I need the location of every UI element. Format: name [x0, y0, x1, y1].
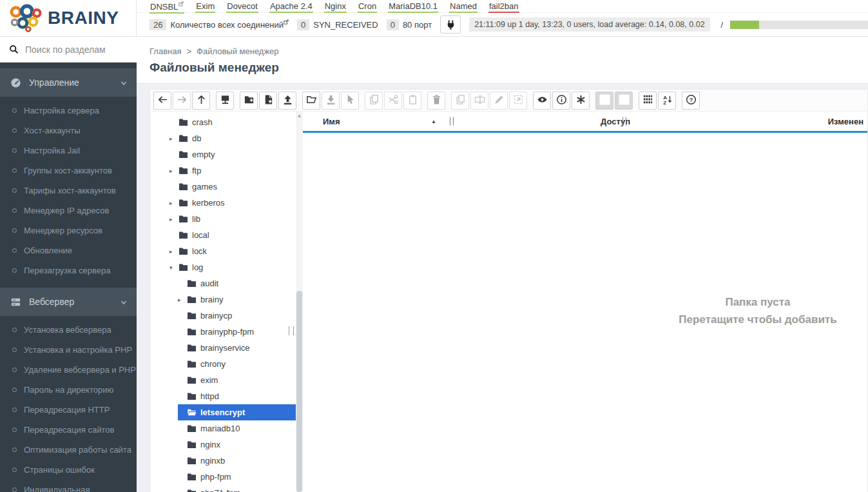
column-header-modified[interactable]: Изменен: [828, 117, 863, 126]
service-link-exim[interactable]: Exim: [195, 1, 215, 13]
sort-alpha-button[interactable]: AZ: [658, 92, 676, 110]
new-file-button[interactable]: [259, 92, 277, 110]
search-input[interactable]: [25, 44, 128, 55]
tree-item-nginxb[interactable]: nginxb: [150, 453, 296, 469]
folder-icon: [187, 311, 197, 320]
tree-item-brainyservice[interactable]: brainyservice: [150, 340, 296, 356]
external-link-icon: [284, 20, 289, 30]
sidebar-item-настройка-jail[interactable]: Настройка Jail: [0, 141, 137, 161]
back-button[interactable]: [153, 92, 171, 110]
service-link-mariadb10-1[interactable]: MariaDB10.1: [388, 1, 438, 13]
tree-item-php-fpm[interactable]: php-fpm: [150, 469, 296, 485]
folder-icon: [178, 182, 188, 191]
sidebar-item-группы-хост-аккаунтов[interactable]: Группы хост-аккаунтов: [0, 161, 137, 181]
tree-item-audit[interactable]: audit: [150, 275, 296, 291]
tree-item-highlight: httpd: [178, 388, 296, 404]
brainy-logo[interactable]: BRAINY: [0, 0, 137, 36]
tree-item-lib[interactable]: ▸lib: [150, 211, 296, 227]
sidebar-item-установка-и-настройка-php[interactable]: Установка и настройка PHP: [0, 340, 137, 360]
sidebar-item-тарифы-хост-аккаунтов[interactable]: Тарифы хост-аккаунтов: [0, 181, 137, 201]
bullet-icon: [12, 188, 17, 193]
tree-item-brainycp[interactable]: brainycp: [150, 308, 296, 324]
tree-item-crash[interactable]: crash: [150, 114, 296, 130]
folder-icon: [187, 457, 197, 465]
column-header-name[interactable]: Имя: [323, 117, 340, 126]
tree-item-mariadb10[interactable]: mariadb10: [150, 420, 296, 437]
service-link-fail2ban[interactable]: fail2ban: [488, 1, 519, 13]
tree-item-httpd[interactable]: httpd: [150, 388, 296, 404]
tree-splitter-handle[interactable]: [289, 326, 294, 335]
sidebar-item-обновление[interactable]: Обновление: [0, 241, 137, 261]
sidebar-item-перезагрузка-сервера[interactable]: Перезагрузка сервера: [0, 261, 137, 280]
sidebar-item-удаление-вебсервера-и-php[interactable]: Удаление вебсервера и PHP: [0, 360, 137, 380]
service-link-named[interactable]: Named: [449, 1, 477, 13]
tree-item-chrony[interactable]: chrony: [150, 356, 296, 372]
info-button[interactable]: [552, 92, 570, 110]
service-link-cron[interactable]: Cron: [358, 1, 377, 13]
stat-80-порт: 080 порт: [387, 19, 432, 30]
tree-item-lock[interactable]: ▸lock: [150, 243, 296, 259]
expander-expand-icon[interactable]: ▸: [169, 216, 178, 222]
column-resize-handle[interactable]: [622, 117, 626, 126]
root-icon: [220, 94, 231, 107]
sidebar-item-оптимизация-работы-сайта[interactable]: Оптимизация работы сайта: [0, 440, 137, 460]
service-link-dovecot[interactable]: Dovecot: [226, 1, 258, 13]
root-directory-button[interactable]: [216, 92, 234, 110]
folder-icon: [178, 231, 188, 239]
upload-button[interactable]: [278, 92, 296, 110]
scrollbar-up-arrow[interactable]: ▲: [296, 113, 303, 119]
sidebar-section-вебсервер[interactable]: Вебсервер: [0, 288, 137, 316]
tree-item-kerberos[interactable]: ▸kerberos: [150, 195, 296, 211]
column-resize-handle[interactable]: [450, 117, 454, 126]
sidebar-item-переадресация-сайтов[interactable]: Переадресация сайтов: [0, 420, 137, 440]
folder-plus-icon: [244, 94, 255, 107]
tree-item-nginx[interactable]: nginx: [150, 437, 296, 453]
sidebar-item-настройка-сервера[interactable]: Настройка сервера: [0, 101, 137, 121]
help-button[interactable]: ?: [682, 92, 700, 110]
tree-item-games[interactable]: games: [150, 179, 296, 195]
sidebar-item-индивидуальная[interactable]: Индивидуальная: [0, 480, 137, 492]
expander-collapse-icon[interactable]: ▾: [169, 264, 178, 271]
tree-item-brainy[interactable]: ▸brainy: [150, 291, 296, 308]
tree-item-exim[interactable]: exim: [150, 372, 296, 388]
bullet-icon: [12, 428, 17, 432]
view-grid-button[interactable]: [639, 92, 657, 110]
sidebar-item-переадресация-http[interactable]: Переадресация HTTP: [0, 400, 137, 420]
tree-scrollbar[interactable]: ▲: [296, 112, 303, 492]
tree-item-ftp[interactable]: ▸ftp: [150, 162, 296, 179]
scrollbar-thumb[interactable]: [296, 291, 302, 492]
preview-button[interactable]: [533, 92, 551, 110]
sidebar-item-менеджер-ресурсов[interactable]: Менеджер ресурсов: [0, 221, 137, 241]
expander-expand-icon[interactable]: ▸: [169, 135, 178, 142]
tree-item-brainyphp-fpm[interactable]: brainyphp-fpm: [150, 324, 296, 340]
open-folder-button[interactable]: [302, 92, 320, 110]
expander-expand-icon[interactable]: ▸: [169, 248, 178, 255]
tree-item-php71-fpm[interactable]: php71-fpm: [150, 485, 296, 492]
sidebar-item-установка-вебсервера[interactable]: Установка вебсервера: [0, 320, 137, 340]
sidebar-item-хост-аккаунты[interactable]: Хост-аккаунты: [0, 121, 137, 141]
tree-item-highlight: ▸lib: [169, 211, 296, 227]
breadcrumb-home[interactable]: Главная: [149, 46, 181, 56]
sidebar-section-управление[interactable]: Управление: [0, 68, 137, 97]
tree-item-db[interactable]: ▸db: [150, 130, 296, 146]
tree-item-local[interactable]: local: [150, 227, 296, 243]
permissions-button[interactable]: [572, 92, 590, 110]
sidebar-item-страницы-ошибок[interactable]: Страницы ошибок: [0, 460, 137, 480]
expander-expand-icon[interactable]: ▸: [178, 297, 187, 303]
toolbar-group: AZ: [639, 92, 676, 110]
tree-item-empty[interactable]: empty: [150, 146, 296, 162]
expander-expand-icon[interactable]: ▸: [169, 168, 178, 174]
new-folder-button[interactable]: [240, 92, 258, 110]
service-link-dnsbl[interactable]: DNSBL: [149, 1, 184, 14]
tree-item-letsencrypt[interactable]: letsencrypt: [150, 404, 296, 420]
sidebar-item-менеджер-ip-адресов[interactable]: Менеджер IP адресов: [0, 201, 137, 221]
toolbar-group: [240, 92, 296, 110]
service-link-apache-2-4[interactable]: Apache 2.4: [269, 1, 313, 13]
arrow-right-icon: [177, 94, 188, 107]
connections-plug-button[interactable]: [440, 15, 461, 34]
tree-item-log[interactable]: ▾log: [150, 259, 296, 275]
sidebar-item-пароль-на-директорию[interactable]: Пароль на директорию: [0, 380, 137, 400]
expander-expand-icon[interactable]: ▸: [169, 200, 178, 206]
service-link-nginx[interactable]: Nginx: [324, 1, 347, 13]
up-button[interactable]: [192, 92, 210, 110]
